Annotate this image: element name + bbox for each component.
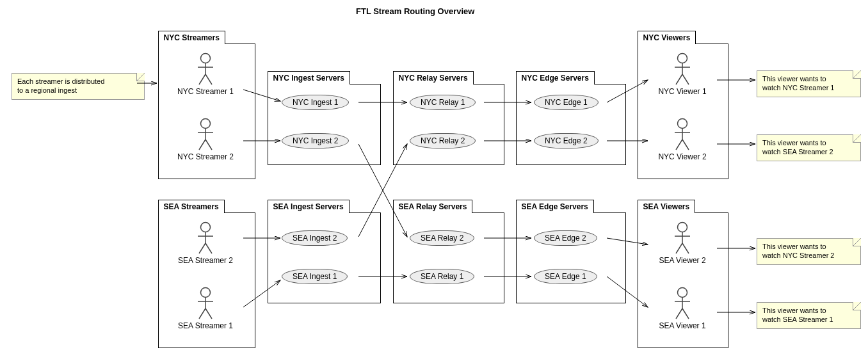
svg-line-47 <box>607 80 648 102</box>
svg-line-52 <box>243 280 280 307</box>
diagram-canvas: FTL Stream Routing Overview NYC Streamer… <box>0 0 868 352</box>
svg-line-57 <box>607 238 648 244</box>
svg-line-58 <box>607 276 648 307</box>
svg-line-41 <box>243 90 280 101</box>
arrows-layer <box>0 0 868 352</box>
